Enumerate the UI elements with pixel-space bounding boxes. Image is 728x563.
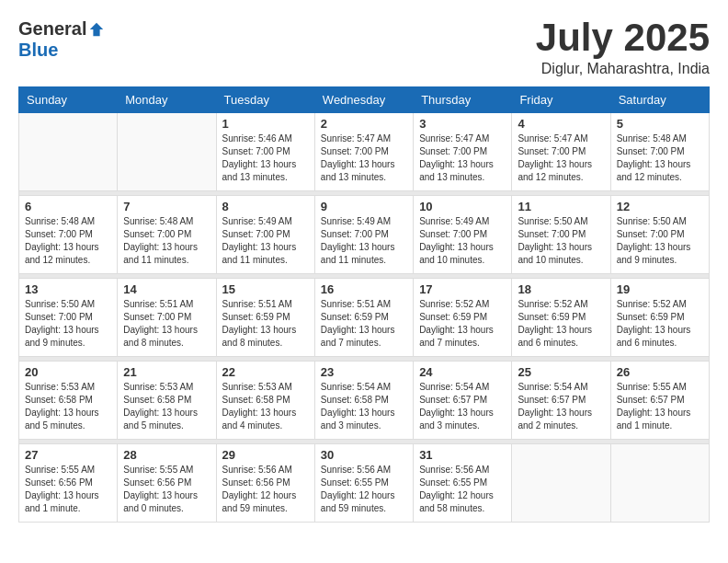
page-header: General Blue July 2025 Diglur, Maharasht…	[18, 18, 710, 77]
calendar-cell: 3Sunrise: 5:47 AM Sunset: 7:00 PM Daylig…	[414, 113, 512, 191]
week-row-4: 20Sunrise: 5:53 AM Sunset: 6:58 PM Dayli…	[19, 362, 710, 440]
day-info: Sunrise: 5:51 AM Sunset: 6:59 PM Dayligh…	[222, 298, 309, 350]
calendar-cell: 22Sunrise: 5:53 AM Sunset: 6:58 PM Dayli…	[216, 362, 314, 440]
calendar-cell: 15Sunrise: 5:51 AM Sunset: 6:59 PM Dayli…	[216, 279, 314, 357]
day-info: Sunrise: 5:49 AM Sunset: 7:00 PM Dayligh…	[321, 215, 407, 267]
day-number: 17	[419, 282, 506, 296]
day-info: Sunrise: 5:54 AM Sunset: 6:57 PM Dayligh…	[518, 381, 604, 432]
calendar-cell: 6Sunrise: 5:48 AM Sunset: 7:00 PM Daylig…	[19, 196, 118, 274]
day-info: Sunrise: 5:47 AM Sunset: 7:00 PM Dayligh…	[321, 132, 407, 184]
calendar-cell: 23Sunrise: 5:54 AM Sunset: 6:58 PM Dayli…	[314, 362, 413, 440]
day-number: 4	[518, 117, 604, 131]
calendar-header-row: Sunday Monday Tuesday Wednesday Thursday…	[19, 87, 710, 113]
day-number: 8	[222, 200, 309, 213]
col-friday: Friday	[512, 87, 610, 113]
calendar-cell: 28Sunrise: 5:55 AM Sunset: 6:56 PM Dayli…	[118, 444, 216, 523]
calendar-cell: 5Sunrise: 5:48 AM Sunset: 7:00 PM Daylig…	[610, 113, 709, 191]
calendar-cell: 18Sunrise: 5:52 AM Sunset: 6:59 PM Dayli…	[512, 279, 610, 357]
calendar-cell: 12Sunrise: 5:50 AM Sunset: 7:00 PM Dayli…	[610, 196, 709, 274]
day-info: Sunrise: 5:53 AM Sunset: 6:58 PM Dayligh…	[25, 381, 111, 432]
day-info: Sunrise: 5:55 AM Sunset: 6:56 PM Dayligh…	[123, 464, 210, 515]
calendar: Sunday Monday Tuesday Wednesday Thursday…	[18, 86, 710, 523]
day-info: Sunrise: 5:48 AM Sunset: 7:00 PM Dayligh…	[25, 215, 111, 267]
calendar-cell: 29Sunrise: 5:56 AM Sunset: 6:56 PM Dayli…	[216, 444, 314, 523]
day-number: 18	[518, 282, 604, 296]
day-number: 21	[123, 365, 210, 379]
day-info: Sunrise: 5:52 AM Sunset: 6:59 PM Dayligh…	[617, 298, 703, 350]
day-info: Sunrise: 5:52 AM Sunset: 6:59 PM Dayligh…	[419, 298, 506, 350]
day-number: 7	[123, 200, 210, 213]
calendar-cell	[118, 113, 216, 191]
day-info: Sunrise: 5:47 AM Sunset: 7:00 PM Dayligh…	[518, 132, 604, 184]
day-info: Sunrise: 5:46 AM Sunset: 7:00 PM Dayligh…	[222, 132, 309, 184]
calendar-cell: 9Sunrise: 5:49 AM Sunset: 7:00 PM Daylig…	[314, 196, 413, 274]
calendar-cell	[610, 444, 709, 523]
day-number: 14	[123, 282, 210, 296]
day-number: 6	[25, 200, 111, 213]
title-section: July 2025 Diglur, Maharashtra, India	[536, 18, 710, 77]
calendar-cell: 16Sunrise: 5:51 AM Sunset: 6:59 PM Dayli…	[314, 279, 413, 357]
day-number: 12	[617, 200, 703, 213]
col-wednesday: Wednesday	[314, 87, 413, 113]
day-info: Sunrise: 5:49 AM Sunset: 7:00 PM Dayligh…	[419, 215, 506, 267]
day-info: Sunrise: 5:52 AM Sunset: 6:59 PM Dayligh…	[518, 298, 604, 350]
week-row-2: 6Sunrise: 5:48 AM Sunset: 7:00 PM Daylig…	[19, 196, 710, 274]
day-info: Sunrise: 5:56 AM Sunset: 6:56 PM Dayligh…	[222, 464, 309, 515]
week-row-1: 1Sunrise: 5:46 AM Sunset: 7:00 PM Daylig…	[19, 113, 710, 191]
day-info: Sunrise: 5:48 AM Sunset: 7:00 PM Dayligh…	[617, 132, 703, 184]
day-number: 1	[222, 117, 309, 131]
calendar-cell: 10Sunrise: 5:49 AM Sunset: 7:00 PM Dayli…	[414, 196, 512, 274]
day-info: Sunrise: 5:56 AM Sunset: 6:55 PM Dayligh…	[419, 464, 506, 515]
week-row-5: 27Sunrise: 5:55 AM Sunset: 6:56 PM Dayli…	[19, 444, 710, 523]
calendar-cell: 8Sunrise: 5:49 AM Sunset: 7:00 PM Daylig…	[216, 196, 314, 274]
week-row-3: 13Sunrise: 5:50 AM Sunset: 7:00 PM Dayli…	[19, 279, 710, 357]
calendar-cell: 2Sunrise: 5:47 AM Sunset: 7:00 PM Daylig…	[314, 113, 413, 191]
day-number: 28	[123, 448, 210, 462]
day-number: 9	[321, 200, 407, 213]
day-info: Sunrise: 5:50 AM Sunset: 7:00 PM Dayligh…	[25, 298, 111, 350]
calendar-cell: 17Sunrise: 5:52 AM Sunset: 6:59 PM Dayli…	[414, 279, 512, 357]
day-info: Sunrise: 5:54 AM Sunset: 6:57 PM Dayligh…	[419, 381, 506, 432]
day-number: 5	[617, 117, 703, 131]
day-number: 10	[419, 200, 506, 213]
calendar-cell	[512, 444, 610, 523]
calendar-cell: 11Sunrise: 5:50 AM Sunset: 7:00 PM Dayli…	[512, 196, 610, 274]
day-info: Sunrise: 5:51 AM Sunset: 6:59 PM Dayligh…	[321, 298, 407, 350]
day-number: 30	[321, 448, 407, 462]
day-number: 11	[518, 200, 604, 213]
day-number: 25	[518, 365, 604, 379]
day-number: 27	[25, 448, 111, 462]
calendar-cell: 14Sunrise: 5:51 AM Sunset: 7:00 PM Dayli…	[118, 279, 216, 357]
calendar-cell: 27Sunrise: 5:55 AM Sunset: 6:56 PM Dayli…	[19, 444, 118, 523]
day-info: Sunrise: 5:53 AM Sunset: 6:58 PM Dayligh…	[123, 381, 210, 432]
logo-blue-text: Blue	[18, 40, 58, 61]
day-info: Sunrise: 5:48 AM Sunset: 7:00 PM Dayligh…	[123, 215, 210, 267]
day-info: Sunrise: 5:51 AM Sunset: 7:00 PM Dayligh…	[123, 298, 210, 350]
calendar-cell: 7Sunrise: 5:48 AM Sunset: 7:00 PM Daylig…	[118, 196, 216, 274]
calendar-cell: 25Sunrise: 5:54 AM Sunset: 6:57 PM Dayli…	[512, 362, 610, 440]
day-number: 15	[222, 282, 309, 296]
day-info: Sunrise: 5:54 AM Sunset: 6:58 PM Dayligh…	[321, 381, 407, 432]
day-number: 23	[321, 365, 407, 379]
calendar-cell: 26Sunrise: 5:55 AM Sunset: 6:57 PM Dayli…	[610, 362, 709, 440]
day-number: 19	[617, 282, 703, 296]
calendar-cell: 19Sunrise: 5:52 AM Sunset: 6:59 PM Dayli…	[610, 279, 709, 357]
calendar-cell	[19, 113, 118, 191]
day-info: Sunrise: 5:53 AM Sunset: 6:58 PM Dayligh…	[222, 381, 309, 432]
day-number: 31	[419, 448, 506, 462]
col-tuesday: Tuesday	[216, 87, 314, 113]
col-sunday: Sunday	[19, 87, 118, 113]
day-info: Sunrise: 5:56 AM Sunset: 6:55 PM Dayligh…	[321, 464, 407, 515]
day-number: 20	[25, 365, 111, 379]
day-number: 22	[222, 365, 309, 379]
day-number: 16	[321, 282, 407, 296]
calendar-cell: 20Sunrise: 5:53 AM Sunset: 6:58 PM Dayli…	[19, 362, 118, 440]
col-saturday: Saturday	[610, 87, 709, 113]
calendar-cell: 31Sunrise: 5:56 AM Sunset: 6:55 PM Dayli…	[414, 444, 512, 523]
col-monday: Monday	[118, 87, 216, 113]
col-thursday: Thursday	[414, 87, 512, 113]
day-number: 26	[617, 365, 703, 379]
calendar-cell: 13Sunrise: 5:50 AM Sunset: 7:00 PM Dayli…	[19, 279, 118, 357]
day-info: Sunrise: 5:55 AM Sunset: 6:57 PM Dayligh…	[617, 381, 703, 432]
calendar-cell: 30Sunrise: 5:56 AM Sunset: 6:55 PM Dayli…	[314, 444, 413, 523]
